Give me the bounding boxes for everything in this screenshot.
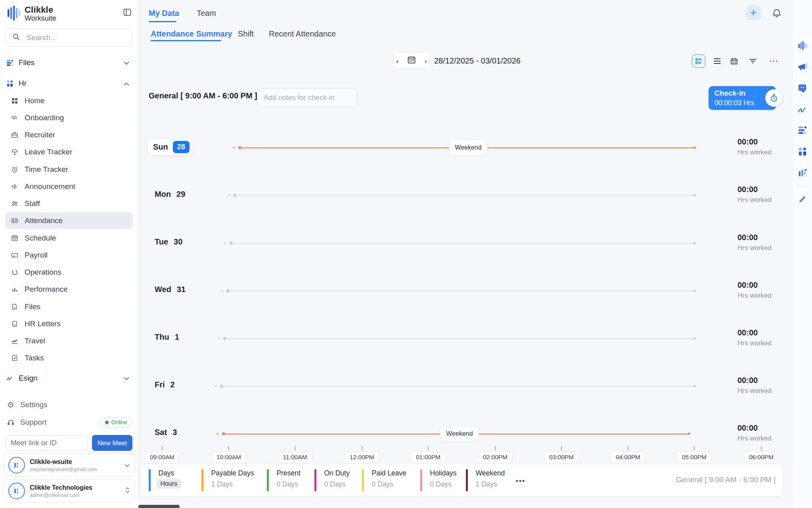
stat-label: Days: [156, 469, 182, 477]
stat-holidays[interactable]: Holidays 0 Days: [420, 469, 457, 491]
today-date-badge: 28: [173, 141, 190, 153]
rail-projects-chart-icon[interactable]: [797, 167, 808, 179]
plane-icon: [11, 337, 19, 345]
rail-clikkle-bars-icon[interactable]: [797, 40, 808, 52]
sidebar-item-tasks[interactable]: Tasks: [5, 350, 133, 366]
weekend-badge: Weekend: [449, 140, 488, 156]
prev-week-chevron-icon[interactable]: ‹: [396, 57, 398, 65]
day-label-thu[interactable]: Thu1: [155, 333, 179, 342]
stat-on-duty[interactable]: On Duty 0 Days: [314, 469, 350, 491]
task-check-icon: [11, 354, 19, 362]
sidebar-item-files[interactable]: Files: [5, 298, 133, 315]
sidebar-item-home[interactable]: Home: [5, 92, 133, 109]
new-meet-button[interactable]: New Meet: [92, 435, 132, 451]
checkin-notes-input[interactable]: [257, 88, 357, 107]
chevron-down-icon[interactable]: [124, 462, 130, 469]
subtab-recent-attendance[interactable]: Recent Attendance: [269, 29, 336, 38]
stat-days-hours[interactable]: Days Hours: [149, 469, 181, 491]
sidebar-item-announcement[interactable]: Announcement: [5, 178, 133, 195]
view-calendar-toggle[interactable]: [727, 54, 741, 68]
sidebar-collapse-icon[interactable]: [123, 8, 132, 18]
tab-my-data[interactable]: My Data: [149, 9, 179, 18]
sort-arrows-icon[interactable]: [125, 487, 130, 495]
app-logo[interactable]: Clikkle Worksuite: [7, 5, 56, 23]
filter-icon[interactable]: [746, 54, 760, 68]
sidebar-item-travel[interactable]: Travel: [5, 333, 133, 349]
sidebar: Clikkle Worksuite Files Hr: [0, 0, 138, 508]
calendar-picker-icon[interactable]: [407, 55, 416, 66]
search-box[interactable]: [6, 29, 132, 47]
rail-hr-app-icon[interactable]: [797, 146, 808, 158]
check-in-button[interactable]: Check-in 00:00:03 Hrs: [709, 86, 776, 110]
day-name: Sun: [153, 142, 168, 152]
track-dot: [221, 290, 223, 292]
day-date: 3: [172, 428, 177, 437]
account-card-clikkle-wsuite[interactable]: Clikkle-wsuite stephandgraham@gmail.com: [3, 454, 135, 477]
sidebar-item-attendance[interactable]: Attendance: [5, 212, 133, 229]
stat-label: On Duty: [322, 469, 350, 477]
stat-weekend[interactable]: Weekend 1 Days: [466, 469, 505, 491]
sidebar-item-time-tracker[interactable]: Time Tracker: [5, 161, 133, 178]
day-label-tue[interactable]: Tue30: [155, 237, 182, 246]
sidebar-section-files[interactable]: Files: [0, 56, 138, 70]
day-label-mon[interactable]: Mon29: [155, 190, 185, 199]
tab-team[interactable]: Team: [197, 9, 216, 18]
main-content: My Data Team Attendance Summary Shift Re…: [138, 0, 792, 508]
day-date: 1: [175, 333, 179, 342]
hours-label: Hrs worked: [737, 244, 772, 252]
rail-files-app-icon[interactable]: [797, 124, 808, 136]
stat-value: 1 Days: [209, 480, 254, 489]
add-button[interactable]: +: [746, 5, 761, 20]
sidebar-item-payroll[interactable]: Payroll: [5, 247, 133, 264]
sidebar-section-hr[interactable]: Hr: [0, 76, 138, 90]
day-label-wed[interactable]: Wed31: [155, 285, 186, 294]
view-list-toggle[interactable]: [710, 54, 724, 68]
sidebar-item-staff[interactable]: Staff: [5, 195, 133, 212]
online-dot-icon: [105, 421, 109, 424]
hours-label: Hrs worked: [737, 339, 772, 347]
stats-more-icon[interactable]: •••: [516, 477, 525, 485]
search-input[interactable]: [26, 33, 125, 42]
stat-payable-days[interactable]: Payable Days 1 Days: [201, 469, 254, 491]
track-dot: [218, 337, 220, 340]
bar-chart-icon: [11, 285, 19, 293]
timeline-track-tue: [230, 235, 696, 251]
subtab-attendance-summary[interactable]: Attendance Summary: [151, 29, 232, 38]
sidebar-item-support[interactable]: Support Online: [0, 414, 138, 430]
axis-tick: [495, 446, 496, 450]
hours-label: Hrs worked: [737, 435, 772, 443]
day-name: Tue: [155, 237, 168, 246]
account-card-clikkle-technologies[interactable]: Clikkle Technologies admin@clikkmail.com: [3, 479, 135, 502]
day-label-sun[interactable]: Sun 28: [147, 139, 193, 155]
hours-toggle[interactable]: Hours: [157, 479, 182, 489]
stat-paid-leave[interactable]: Paid Leave 0 Days: [362, 469, 406, 491]
notifications-bell-icon[interactable]: [770, 6, 783, 19]
subtab-shift[interactable]: Shift: [238, 29, 254, 38]
meet-link-input[interactable]: [6, 435, 88, 451]
settings-label: Settings: [20, 400, 48, 409]
sidebar-item-performance[interactable]: Performance: [5, 281, 133, 298]
sidebar-item-settings[interactable]: ⚙ Settings: [0, 397, 138, 413]
stat-present[interactable]: Present 0 Days: [267, 469, 301, 491]
sidebar-item-onboarding[interactable]: Onboarding: [5, 110, 133, 126]
sidebar-section-esign[interactable]: Esign: [0, 371, 138, 385]
day-label-sat[interactable]: Sat3: [155, 428, 177, 437]
sidebar-item-schedule[interactable]: Schedule: [5, 230, 133, 246]
more-options-icon[interactable]: ⋯: [767, 54, 781, 68]
day-date: 31: [177, 285, 186, 294]
day-label-fri[interactable]: Fri2: [155, 380, 175, 389]
rail-esign-icon[interactable]: [797, 103, 808, 115]
rail-megaphone-icon[interactable]: [797, 61, 808, 73]
rail-chat-app-icon[interactable]: [797, 82, 808, 94]
timeline-track-fri: [220, 378, 696, 394]
hours-worked-mon: 00:00 Hrs worked: [737, 185, 772, 204]
rail-edit-pencil-icon[interactable]: [797, 193, 808, 205]
horizontal-scrollbar[interactable]: [138, 505, 180, 508]
next-week-chevron-icon[interactable]: ›: [425, 57, 427, 65]
sidebar-item-hr-letters[interactable]: HR Letters: [5, 316, 133, 332]
briefcase-icon: [11, 131, 19, 139]
sidebar-item-leave-tracker[interactable]: Leave Tracker: [5, 144, 133, 160]
view-card-toggle[interactable]: [692, 54, 705, 68]
sidebar-item-recruiter[interactable]: Recruiter: [5, 127, 133, 143]
sidebar-item-operations[interactable]: Operations: [5, 264, 133, 281]
